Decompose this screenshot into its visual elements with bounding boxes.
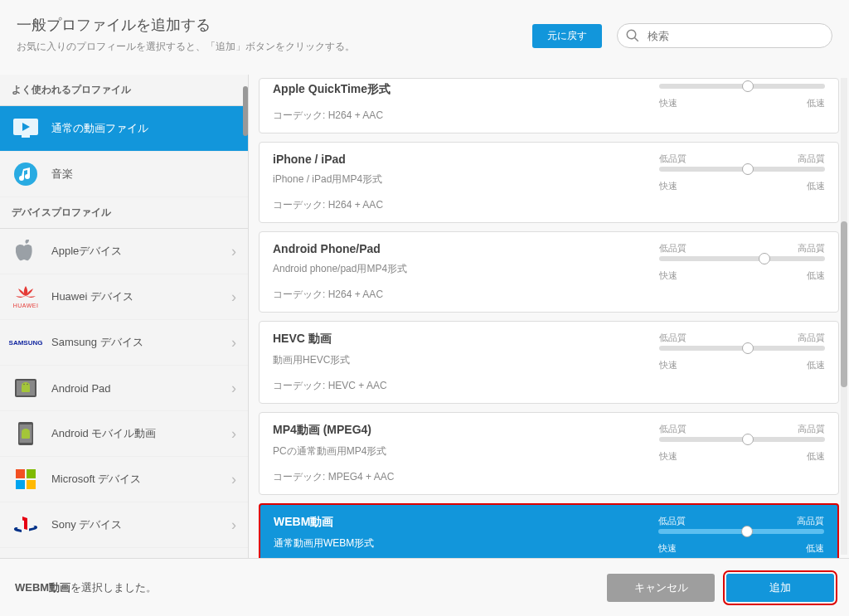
highq-label: 高品質 [798, 153, 825, 165]
android-pad-icon [12, 374, 40, 402]
fast-label: 快速 [659, 269, 677, 282]
lowq-label: 低品質 [658, 515, 686, 527]
sidebar-item-android-pad[interactable]: Android Pad › [0, 366, 248, 411]
sidebar-item-label: Samsung デバイス [51, 335, 143, 350]
fast-label: 快速 [659, 359, 677, 371]
lowq-label: 低品質 [659, 332, 686, 344]
music-icon [12, 160, 40, 188]
profile-card-quicktime[interactable]: Apple QuickTime形式 コーデック: H264 + AAC 快速低速 [259, 78, 839, 133]
profile-desc: 通常動画用WEBM形式 [274, 536, 650, 551]
profile-card-webm[interactable]: WEBM動画 通常動画用WEBM形式 コーデック: VP8 + VORBIS 低… [259, 503, 839, 558]
profile-desc: 動画用HEVC形式 [273, 353, 651, 367]
status-suffix: を選択しました。 [70, 581, 157, 594]
profile-codec: コーデック: HEVC + AAC [273, 379, 651, 393]
page-subtitle: お気に入りのプロフィールを選択すると、「追加」ボタンをクリックする。 [17, 40, 532, 54]
slow-label: 低速 [807, 359, 825, 371]
main-scrollbar[interactable] [841, 78, 847, 555]
profile-title: Android Phone/Pad [273, 242, 651, 255]
sidebar-item-huawei[interactable]: HUAWEI Huawei デバイス › [0, 274, 248, 320]
profile-desc: iPhone / iPad用MP4形式 [273, 172, 651, 187]
svg-rect-15 [27, 469, 36, 478]
sidebar-item-microsoft[interactable]: Microsoft デバイス › [0, 457, 248, 502]
add-button[interactable]: 追加 [726, 574, 834, 602]
cancel-button[interactable]: キャンセル [607, 574, 715, 602]
sidebar-item-sony[interactable]: Sony デバイス › [0, 502, 248, 548]
chevron-right-icon: › [231, 380, 236, 397]
fast-label: 快速 [659, 97, 677, 109]
profile-codec: コーデック: H264 + AAC [273, 288, 651, 302]
profile-title: HEVC 動画 [273, 332, 651, 347]
slow-label: 低速 [807, 450, 825, 463]
search-input[interactable] [617, 23, 832, 48]
sidebar-item-apple[interactable]: Appleデバイス › [0, 229, 248, 274]
android-phone-icon [12, 420, 40, 448]
sidebar-item-video[interactable]: 通常の動画ファイル [0, 106, 248, 152]
page-title: 一般プロファイルを追加する [17, 15, 532, 35]
chevron-right-icon: › [231, 243, 236, 260]
fast-label: 快速 [658, 542, 677, 555]
sidebar-section-device: デバイスプロファイル [0, 197, 248, 229]
svg-point-9 [23, 384, 24, 385]
svg-rect-17 [27, 480, 36, 489]
sidebar-item-label: Android Pad [51, 382, 111, 395]
huawei-icon: HUAWEI [12, 283, 40, 311]
sidebar-item-label: Microsoft デバイス [51, 472, 141, 487]
restore-button[interactable]: 元に戻す [532, 24, 602, 48]
profile-card-hevc[interactable]: HEVC 動画 動画用HEVC形式 コーデック: HEVC + AAC 低品質高… [259, 321, 839, 404]
highq-label: 高品質 [797, 515, 824, 527]
fast-label: 快速 [659, 450, 677, 463]
quality-slider[interactable] [658, 529, 824, 534]
search-icon [625, 28, 640, 43]
lowq-label: 低品質 [659, 153, 686, 165]
svg-rect-8 [22, 386, 30, 392]
sidebar-item-label: Appleデバイス [51, 244, 122, 259]
chevron-right-icon: › [231, 517, 236, 534]
sidebar-item-android-phone[interactable]: Android モバイル動画 › [0, 411, 248, 457]
sidebar-item-music[interactable]: 音楽 [0, 152, 248, 197]
slow-label: 低速 [807, 180, 825, 192]
profile-title: MP4動画 (MPEG4) [273, 423, 651, 438]
chevron-right-icon: › [231, 289, 236, 306]
header-actions: 元に戻す [532, 23, 832, 48]
profile-card-mp4[interactable]: MP4動画 (MPEG4) PCの通常動画用MP4形式 コーデック: MPEG4… [259, 412, 839, 495]
apple-icon [12, 237, 40, 265]
lowq-label: 低品質 [659, 423, 686, 435]
quality-slider[interactable] [659, 167, 825, 172]
header: 一般プロファイルを追加する お気に入りのプロフィールを選択すると、「追加」ボタン… [0, 0, 849, 62]
profile-codec: コーデック: H264 + AAC [273, 198, 651, 212]
svg-line-1 [634, 37, 638, 41]
fast-label: 快速 [659, 180, 677, 192]
quality-slider[interactable] [659, 346, 825, 351]
svg-rect-4 [22, 135, 30, 138]
sidebar-item-samsung[interactable]: SAMSUNG Samsung デバイス › [0, 320, 248, 366]
quality-slider[interactable] [659, 437, 825, 442]
quality-slider[interactable] [659, 84, 825, 89]
monitor-icon [12, 114, 40, 143]
profile-desc: PCの通常動画用MP4形式 [273, 444, 651, 458]
profile-codec: コーデック: MPEG4 + AAC [273, 470, 651, 484]
chevron-right-icon: › [231, 471, 236, 488]
highq-label: 高品質 [798, 242, 825, 255]
svg-rect-16 [16, 480, 25, 489]
profile-title: Apple QuickTime形式 [273, 82, 651, 97]
slow-label: 低速 [806, 542, 824, 555]
sidebar-item-label: Huawei デバイス [51, 289, 133, 304]
profile-list: Apple QuickTime形式 コーデック: H264 + AAC 快速低速… [249, 75, 849, 558]
sidebar-item-label: Sony デバイス [51, 517, 122, 532]
body: よく使われるプロファイル 通常の動画ファイル 音楽 デバイスプロファイル App… [0, 75, 849, 558]
profile-desc: Android phone/pad用MP4形式 [273, 262, 651, 276]
slow-label: 低速 [807, 269, 825, 282]
scrollbar-thumb[interactable] [841, 221, 847, 387]
profile-title: WEBM動画 [274, 515, 650, 530]
sidebar-scroll-thumb[interactable] [243, 86, 248, 136]
svg-rect-14 [16, 469, 25, 478]
highq-label: 高品質 [798, 423, 825, 435]
quality-slider[interactable] [659, 256, 825, 261]
sidebar: よく使われるプロファイル 通常の動画ファイル 音楽 デバイスプロファイル App… [0, 75, 249, 558]
status-text: WEBM動画を選択しました。 [15, 580, 157, 595]
profile-card-android[interactable]: Android Phone/Pad Android phone/pad用MP4形… [259, 231, 839, 313]
svg-point-10 [27, 384, 27, 385]
profile-codec: コーデック: H264 + AAC [273, 109, 651, 123]
sidebar-section-common: よく使われるプロファイル [0, 75, 248, 106]
profile-card-iphone[interactable]: iPhone / iPad iPhone / iPad用MP4形式 コーデック:… [259, 142, 839, 223]
